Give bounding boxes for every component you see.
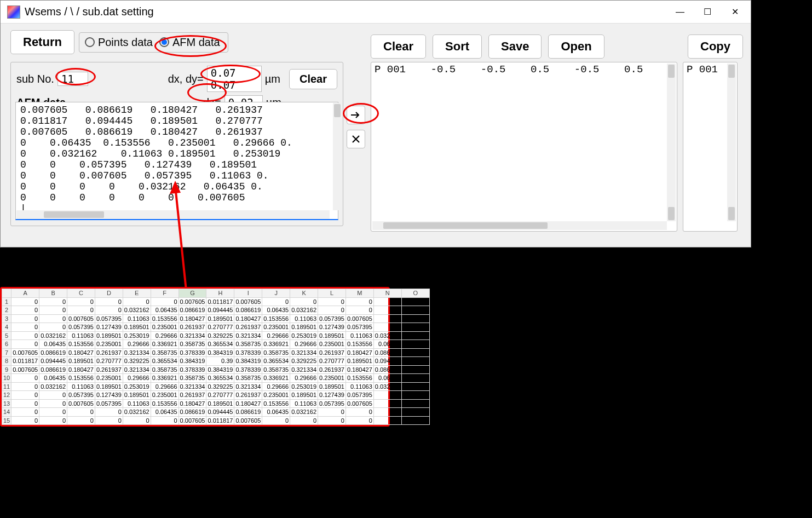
transfer-right-button[interactable]	[347, 106, 365, 124]
id-list[interactable]: P 001	[683, 62, 738, 232]
clear-panel-button[interactable]: Clear	[289, 69, 337, 89]
radio-afm-data[interactable]: AFM data	[159, 36, 220, 49]
return-button[interactable]: Return	[10, 30, 74, 54]
save-button[interactable]: Save	[488, 34, 542, 59]
dxdy-input[interactable]: 0.07 0.07	[207, 66, 262, 92]
textarea-scrollbar-v[interactable]	[333, 103, 342, 210]
spreadsheet: ABCDEFGHIJKLMNO10000000.0076050.0118170.…	[0, 287, 390, 427]
data-type-group: Points data AFM data	[79, 32, 228, 53]
arrow-right-icon	[350, 111, 361, 119]
maximize-button[interactable]: ☐	[694, 2, 721, 22]
afm-input-panel: sub No. 11 dx, dy= 0.07 0.07 µm Clear AF…	[10, 62, 343, 226]
open-button[interactable]: Open	[548, 34, 604, 59]
result-list-text: P 001 -0.5 -0.5 0.5 -0.5 0.5	[371, 62, 677, 231]
subno-label: sub No.	[16, 73, 54, 85]
app-icon	[7, 5, 20, 19]
minimize-button[interactable]: —	[666, 2, 694, 22]
list-scrollbar-h[interactable]	[372, 221, 667, 230]
close-icon	[352, 135, 360, 143]
idlist-scrollbar-v[interactable]	[727, 64, 736, 221]
unit-label: µm	[265, 73, 280, 85]
window-title: Wsems / \ / sub.dat setting	[25, 5, 666, 18]
radio-icon	[85, 37, 95, 47]
copy-button[interactable]: Copy	[688, 34, 743, 59]
radio-points-data[interactable]: Points data	[85, 36, 153, 49]
app-window: Wsems / \ / sub.dat setting — ☐ ✕ Return…	[0, 0, 751, 248]
radio-icon	[159, 37, 169, 47]
radio-label: AFM data	[172, 36, 220, 49]
clear-list-button[interactable]: Clear	[371, 34, 426, 59]
list-scrollbar-v[interactable]	[667, 64, 676, 221]
spreadsheet-table[interactable]: ABCDEFGHIJKLMNO10000000.0076050.0118170.…	[2, 289, 430, 425]
close-button[interactable]: ✕	[721, 2, 748, 22]
delete-button[interactable]	[347, 130, 365, 148]
radio-label: Points data	[98, 36, 153, 49]
titlebar: Wsems / \ / sub.dat setting — ☐ ✕	[1, 1, 751, 24]
textarea-scrollbar-h[interactable]	[16, 210, 330, 219]
result-list[interactable]: P 001 -0.5 -0.5 0.5 -0.5 0.5	[371, 62, 677, 232]
afm-data-textarea[interactable]: 0.007605 0.086619 0.180427 0.261937 0.01…	[15, 102, 338, 220]
sort-button[interactable]: Sort	[433, 34, 482, 59]
subno-input[interactable]: 11	[57, 72, 88, 86]
dxdy-label: dx, dy=	[168, 73, 204, 85]
